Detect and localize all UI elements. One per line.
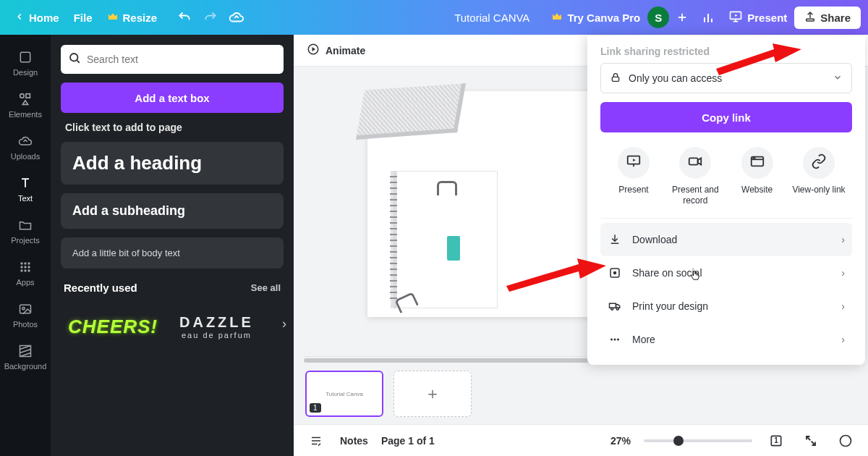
search-input-wrapper[interactable] <box>61 45 284 74</box>
home-label: Home <box>29 12 59 24</box>
rail-text[interactable]: Text <box>0 168 51 210</box>
recent-item-cheers[interactable]: CHEERS! <box>68 316 158 338</box>
file-menu[interactable]: File <box>67 7 100 28</box>
rail-design[interactable]: Design <box>0 42 51 84</box>
svg-point-21 <box>27 266 30 268</box>
share-tiles: Present Present and record Website View-… <box>600 143 852 219</box>
analytics-button[interactable] <box>695 4 721 30</box>
chevron-left-icon <box>14 12 25 24</box>
svg-point-49 <box>753 158 754 159</box>
share-social-row[interactable]: Share on social › <box>600 256 852 290</box>
crown-icon <box>551 11 563 25</box>
page-decoration <box>447 236 460 261</box>
chevron-right-icon[interactable]: › <box>282 316 286 331</box>
search-input[interactable] <box>87 54 276 65</box>
tile-present-record[interactable]: Present and record <box>666 147 724 206</box>
svg-marker-43 <box>633 159 636 161</box>
rail-apps[interactable]: Apps <box>0 252 51 294</box>
rail-projects[interactable]: Projects <box>0 210 51 252</box>
svg-point-56 <box>616 308 618 310</box>
row-label: Download <box>632 234 677 245</box>
tile-website[interactable]: Website <box>728 147 786 206</box>
animate-button[interactable]: Animate <box>307 43 365 58</box>
uploads-icon <box>17 133 33 149</box>
svg-point-59 <box>617 339 619 341</box>
svg-point-18 <box>27 262 30 264</box>
topbar: Home File Resize Tutorial CANVA Try Canv… <box>0 0 868 35</box>
access-select[interactable]: Only you can access <box>600 63 852 93</box>
zoom-value[interactable]: 27% <box>610 435 631 447</box>
rail-label: Text <box>18 194 33 203</box>
svg-point-20 <box>24 266 26 268</box>
copy-link-button[interactable]: Copy link <box>600 102 852 132</box>
add-member-button[interactable] <box>669 4 695 30</box>
svg-line-32 <box>77 60 79 62</box>
add-text-box-label: Add a text box <box>135 92 209 104</box>
elements-icon <box>17 91 33 107</box>
svg-marker-46 <box>698 158 702 164</box>
apps-icon <box>17 259 33 275</box>
add-body-text-card[interactable]: Add a little bit of body text <box>61 237 284 269</box>
svg-rect-54 <box>610 303 616 308</box>
print-row[interactable]: Print your design › <box>600 290 852 323</box>
help-button[interactable] <box>835 430 856 452</box>
row-label: Share on social <box>632 267 702 279</box>
svg-point-31 <box>70 54 78 62</box>
tile-label: Website <box>741 185 773 195</box>
share-heading: Link sharing restricted <box>600 46 852 57</box>
undo-button[interactable] <box>171 4 197 30</box>
rail-uploads[interactable]: Uploads <box>0 126 51 168</box>
add-page-button[interactable]: ＋ <box>393 371 472 417</box>
chevron-right-icon: › <box>841 234 845 245</box>
svg-point-50 <box>754 158 755 159</box>
avatar[interactable]: S <box>647 7 669 28</box>
rail-elements[interactable]: Elements <box>0 84 51 126</box>
share-popover: Link sharing restricted Only you can acc… <box>587 35 865 365</box>
page-thumbnail[interactable]: Tutorial Canva 1 <box>305 371 383 417</box>
grid-view-button[interactable]: 1 <box>765 430 787 452</box>
animate-icon <box>307 43 320 58</box>
rail-background[interactable]: Background <box>0 336 51 378</box>
tile-view-only[interactable]: View-only link <box>790 147 848 206</box>
chevron-right-icon: › <box>841 267 845 279</box>
svg-rect-41 <box>612 77 618 81</box>
try-pro-button[interactable]: Try Canva Pro <box>544 7 647 29</box>
zoom-slider[interactable] <box>644 439 752 442</box>
tile-present[interactable]: Present <box>605 147 663 206</box>
recently-used-label: Recently used <box>64 282 137 294</box>
resize-button[interactable]: Resize <box>100 7 165 29</box>
more-row[interactable]: More › <box>600 323 852 356</box>
see-all-link[interactable]: See all <box>251 282 281 293</box>
rail-label: Background <box>4 362 47 371</box>
svg-line-29 <box>20 350 31 353</box>
svg-point-55 <box>611 308 613 310</box>
download-row[interactable]: Download › <box>600 223 852 256</box>
document-title[interactable]: Tutorial CANVA <box>447 7 537 28</box>
page-decoration <box>437 181 457 195</box>
add-text-box-button[interactable]: Add a text box <box>61 83 284 113</box>
body-label: Add a little bit of body text <box>72 248 180 258</box>
redo-button[interactable] <box>197 4 224 30</box>
svg-point-16 <box>20 262 22 264</box>
add-subheading-card[interactable]: Add a subheading <box>61 193 284 229</box>
present-icon <box>728 9 743 26</box>
notes-label[interactable]: Notes <box>340 435 368 447</box>
projects-icon <box>17 217 33 233</box>
share-button[interactable]: Share <box>794 7 861 29</box>
recent-item-dazzle[interactable]: DAZZLE eau de parfum <box>179 314 254 339</box>
rail-photos[interactable]: Photos <box>0 294 51 336</box>
download-icon <box>608 233 622 246</box>
fullscreen-button[interactable] <box>800 430 822 452</box>
text-panel: Add a text box Click text to add to page… <box>51 35 294 456</box>
notes-button[interactable] <box>305 430 327 452</box>
truck-icon <box>608 300 622 313</box>
page-indicator: Page 1 of 1 <box>381 435 435 447</box>
present-button[interactable]: Present <box>721 5 794 30</box>
rail-label: Uploads <box>11 152 40 161</box>
chevron-down-icon <box>833 72 843 85</box>
svg-rect-12 <box>26 94 30 98</box>
home-button[interactable]: Home <box>7 7 67 28</box>
add-heading-card[interactable]: Add a heading <box>61 142 284 185</box>
cloud-sync-icon[interactable] <box>224 4 250 30</box>
svg-rect-9 <box>807 19 814 21</box>
